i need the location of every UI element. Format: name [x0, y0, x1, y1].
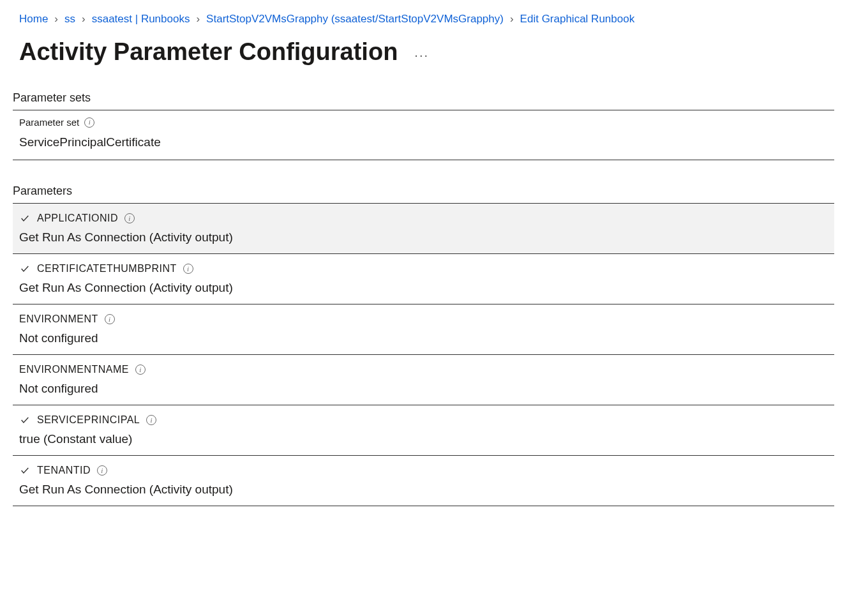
parameter-value: Get Run As Connection (Activity output) [19, 230, 828, 244]
info-icon[interactable]: i [135, 364, 146, 375]
more-actions-button[interactable]: ··· [410, 49, 433, 61]
parameter-value: Not configured [19, 382, 828, 396]
parameter-row-serviceprincipal[interactable]: SERVICEPRINCIPALitrue (Constant value) [13, 405, 834, 456]
info-icon[interactable]: i [84, 117, 94, 128]
breadcrumb-runbook-link[interactable]: StartStopV2VMsGrapphy (ssaatest/StartSto… [206, 13, 504, 26]
breadcrumb-runbooks-link[interactable]: ssaatest | Runbooks [92, 13, 190, 26]
check-icon [19, 465, 31, 476]
page-title-row: Activity Parameter Configuration ··· [0, 32, 847, 85]
parameters-heading: Parameters [13, 178, 834, 204]
parameter-header: ENVIRONMENTi [19, 313, 828, 325]
check-icon [19, 415, 31, 425]
parameter-name: ENVIRONMENT [19, 313, 98, 325]
parameter-set-label: Parameter set [19, 117, 79, 128]
parameter-name: ENVIRONMENTNAME [19, 364, 129, 375]
breadcrumb: Home › ss › ssaatest | Runbooks › StartS… [0, 0, 847, 32]
breadcrumb-ss-link[interactable]: ss [64, 13, 75, 26]
chevron-right-icon: › [196, 13, 200, 26]
parameter-header: APPLICATIONIDi [19, 213, 828, 224]
parameter-name: APPLICATIONID [37, 213, 118, 224]
parameter-row-applicationid[interactable]: APPLICATIONIDiGet Run As Connection (Act… [13, 204, 834, 254]
parameter-name: SERVICEPRINCIPAL [37, 414, 140, 426]
chevron-right-icon: › [510, 13, 514, 26]
parameter-set-block: Parameter set i ServicePrincipalCertific… [13, 110, 834, 160]
parameter-name: CERTIFICATETHUMBPRINT [37, 263, 177, 274]
parameter-sets-section: Parameter sets Parameter set i ServicePr… [0, 85, 847, 160]
chevron-right-icon: › [54, 13, 58, 26]
parameter-value: true (Constant value) [19, 432, 828, 446]
info-icon[interactable]: i [105, 314, 115, 324]
info-icon[interactable]: i [183, 264, 193, 274]
parameter-sets-heading: Parameter sets [13, 85, 834, 110]
parameter-row-environment[interactable]: ENVIRONMENTiNot configured [13, 304, 834, 355]
info-icon[interactable]: i [146, 415, 156, 425]
parameter-header: CERTIFICATETHUMBPRINTi [19, 263, 828, 274]
parameter-value: Get Run As Connection (Activity output) [19, 483, 828, 497]
parameter-set-value: ServicePrincipalCertificate [19, 135, 828, 149]
chevron-right-icon: › [82, 13, 86, 26]
parameter-row-tenantid[interactable]: TENANTIDiGet Run As Connection (Activity… [13, 456, 834, 506]
parameter-header: ENVIRONMENTNAMEi [19, 364, 828, 375]
parameter-row-certificatethumbprint[interactable]: CERTIFICATETHUMBPRINTiGet Run As Connect… [13, 254, 834, 304]
info-icon[interactable]: i [97, 465, 107, 476]
info-icon[interactable]: i [124, 213, 135, 223]
breadcrumb-edit-link[interactable]: Edit Graphical Runbook [520, 13, 635, 26]
parameter-name: TENANTID [37, 465, 91, 476]
parameter-value: Not configured [19, 331, 828, 345]
parameter-value: Get Run As Connection (Activity output) [19, 281, 828, 295]
breadcrumb-home-link[interactable]: Home [19, 13, 48, 26]
parameter-set-label-row: Parameter set i [19, 117, 828, 128]
parameter-row-environmentname[interactable]: ENVIRONMENTNAMEiNot configured [13, 355, 834, 405]
parameter-header: TENANTIDi [19, 465, 828, 476]
check-icon [19, 264, 31, 274]
parameters-section: Parameters APPLICATIONIDiGet Run As Conn… [0, 178, 847, 506]
check-icon [19, 213, 31, 223]
page-title: Activity Parameter Configuration [19, 38, 398, 66]
parameter-header: SERVICEPRINCIPALi [19, 414, 828, 426]
